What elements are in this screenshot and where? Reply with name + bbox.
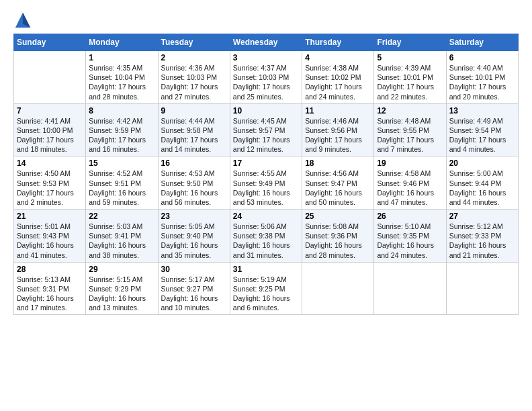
- day-number: 23: [161, 212, 227, 221]
- day-info: Sunrise: 4:44 AMSunset: 9:58 PMDaylight:…: [161, 116, 227, 154]
- day-number: 26: [377, 212, 443, 221]
- calendar-cell: 11Sunrise: 4:46 AMSunset: 9:56 PMDayligh…: [302, 103, 374, 156]
- day-info: Sunrise: 4:38 AMSunset: 10:02 PMDaylight…: [305, 63, 371, 101]
- col-sunday: Sunday: [14, 34, 86, 51]
- day-number: 10: [233, 106, 299, 116]
- logo: [13, 11, 34, 30]
- day-info: Sunrise: 4:52 AMSunset: 9:51 PMDaylight:…: [89, 169, 154, 207]
- calendar-cell: [14, 51, 86, 104]
- day-info: Sunrise: 4:45 AMSunset: 9:57 PMDaylight:…: [233, 116, 299, 154]
- calendar-cell: [446, 262, 518, 315]
- day-number: 15: [89, 158, 154, 168]
- day-info: Sunrise: 5:05 AMSunset: 9:40 PMDaylight:…: [161, 222, 227, 260]
- calendar-cell: 26Sunrise: 5:10 AMSunset: 9:35 PMDayligh…: [374, 210, 446, 263]
- calendar-cell: 10Sunrise: 4:45 AMSunset: 9:57 PMDayligh…: [230, 103, 302, 156]
- day-info: Sunrise: 5:12 AMSunset: 9:33 PMDaylight:…: [449, 222, 515, 260]
- calendar-cell: 4Sunrise: 4:38 AMSunset: 10:02 PMDayligh…: [302, 51, 374, 104]
- day-info: Sunrise: 4:55 AMSunset: 9:49 PMDaylight:…: [233, 169, 299, 207]
- day-number: 25: [305, 212, 371, 221]
- day-info: Sunrise: 5:19 AMSunset: 9:25 PMDaylight:…: [233, 275, 299, 313]
- day-number: 19: [377, 158, 443, 168]
- calendar-header-row: Sunday Monday Tuesday Wednesday Thursday…: [14, 34, 519, 51]
- logo-icon: [13, 11, 32, 30]
- calendar-cell: 12Sunrise: 4:48 AMSunset: 9:55 PMDayligh…: [374, 103, 446, 156]
- calendar-cell: 2Sunrise: 4:36 AMSunset: 10:03 PMDayligh…: [158, 51, 230, 104]
- day-number: 14: [17, 158, 83, 168]
- col-wednesday: Wednesday: [230, 34, 302, 51]
- calendar-week-row: 28Sunrise: 5:13 AMSunset: 9:31 PMDayligh…: [14, 262, 519, 315]
- calendar-week-row: 21Sunrise: 5:01 AMSunset: 9:43 PMDayligh…: [14, 210, 519, 263]
- calendar-cell: 14Sunrise: 4:50 AMSunset: 9:53 PMDayligh…: [14, 156, 86, 210]
- calendar-cell: 15Sunrise: 4:52 AMSunset: 9:51 PMDayligh…: [86, 156, 158, 210]
- calendar-cell: 17Sunrise: 4:55 AMSunset: 9:49 PMDayligh…: [230, 156, 302, 210]
- day-info: Sunrise: 5:08 AMSunset: 9:36 PMDaylight:…: [305, 222, 371, 260]
- calendar-cell: 9Sunrise: 4:44 AMSunset: 9:58 PMDaylight…: [158, 103, 230, 156]
- day-info: Sunrise: 4:39 AMSunset: 10:01 PMDaylight…: [377, 63, 443, 101]
- day-info: Sunrise: 4:40 AMSunset: 10:01 PMDaylight…: [449, 63, 515, 101]
- calendar-cell: 31Sunrise: 5:19 AMSunset: 9:25 PMDayligh…: [230, 262, 302, 315]
- calendar-cell: 5Sunrise: 4:39 AMSunset: 10:01 PMDayligh…: [374, 51, 446, 104]
- calendar-cell: 23Sunrise: 5:05 AMSunset: 9:40 PMDayligh…: [158, 210, 230, 263]
- calendar-cell: 3Sunrise: 4:37 AMSunset: 10:03 PMDayligh…: [230, 51, 302, 104]
- day-number: 12: [377, 106, 443, 116]
- calendar-cell: 13Sunrise: 4:49 AMSunset: 9:54 PMDayligh…: [446, 103, 518, 156]
- calendar-cell: 27Sunrise: 5:12 AMSunset: 9:33 PMDayligh…: [446, 210, 518, 263]
- page: Sunday Monday Tuesday Wednesday Thursday…: [0, 0, 532, 411]
- day-info: Sunrise: 4:53 AMSunset: 9:50 PMDaylight:…: [161, 169, 227, 207]
- calendar-cell: 18Sunrise: 4:56 AMSunset: 9:47 PMDayligh…: [302, 156, 374, 210]
- calendar-week-row: 7Sunrise: 4:41 AMSunset: 10:00 PMDayligh…: [14, 103, 519, 156]
- day-info: Sunrise: 4:42 AMSunset: 9:59 PMDaylight:…: [89, 116, 154, 154]
- calendar-cell: 21Sunrise: 5:01 AMSunset: 9:43 PMDayligh…: [14, 210, 86, 263]
- col-saturday: Saturday: [446, 34, 518, 51]
- calendar-cell: 22Sunrise: 5:03 AMSunset: 9:41 PMDayligh…: [86, 210, 158, 263]
- day-info: Sunrise: 4:58 AMSunset: 9:46 PMDaylight:…: [377, 169, 443, 207]
- col-monday: Monday: [86, 34, 158, 51]
- day-info: Sunrise: 5:01 AMSunset: 9:43 PMDaylight:…: [17, 222, 83, 260]
- day-info: Sunrise: 4:36 AMSunset: 10:03 PMDaylight…: [161, 63, 227, 101]
- day-number: 28: [17, 265, 83, 274]
- calendar-cell: 19Sunrise: 4:58 AMSunset: 9:46 PMDayligh…: [374, 156, 446, 210]
- day-info: Sunrise: 4:48 AMSunset: 9:55 PMDaylight:…: [377, 116, 443, 154]
- calendar-cell: 16Sunrise: 4:53 AMSunset: 9:50 PMDayligh…: [158, 156, 230, 210]
- calendar-cell: 24Sunrise: 5:06 AMSunset: 9:38 PMDayligh…: [230, 210, 302, 263]
- calendar-week-row: 14Sunrise: 4:50 AMSunset: 9:53 PMDayligh…: [14, 156, 519, 210]
- day-number: 16: [161, 158, 227, 168]
- calendar-cell: [302, 262, 374, 315]
- calendar-table: Sunday Monday Tuesday Wednesday Thursday…: [13, 34, 519, 315]
- day-number: 3: [233, 53, 299, 62]
- col-thursday: Thursday: [302, 34, 374, 51]
- day-info: Sunrise: 5:00 AMSunset: 9:44 PMDaylight:…: [449, 169, 515, 207]
- calendar-cell: 7Sunrise: 4:41 AMSunset: 10:00 PMDayligh…: [14, 103, 86, 156]
- day-info: Sunrise: 4:37 AMSunset: 10:03 PMDaylight…: [233, 63, 299, 101]
- day-number: 24: [233, 212, 299, 221]
- calendar-week-row: 1Sunrise: 4:35 AMSunset: 10:04 PMDayligh…: [14, 51, 519, 104]
- day-info: Sunrise: 4:56 AMSunset: 9:47 PMDaylight:…: [305, 169, 371, 207]
- day-number: 7: [17, 106, 83, 116]
- day-number: 29: [89, 265, 154, 274]
- day-number: 1: [89, 53, 154, 62]
- col-tuesday: Tuesday: [158, 34, 230, 51]
- calendar-cell: [374, 262, 446, 315]
- day-number: 9: [161, 106, 227, 116]
- day-number: 20: [449, 158, 515, 168]
- day-info: Sunrise: 5:03 AMSunset: 9:41 PMDaylight:…: [89, 222, 154, 260]
- day-number: 30: [161, 265, 227, 274]
- day-number: 21: [17, 212, 83, 221]
- day-number: 8: [89, 106, 154, 116]
- calendar-cell: 8Sunrise: 4:42 AMSunset: 9:59 PMDaylight…: [86, 103, 158, 156]
- day-number: 27: [449, 212, 515, 221]
- day-info: Sunrise: 4:50 AMSunset: 9:53 PMDaylight:…: [17, 169, 83, 207]
- day-number: 22: [89, 212, 154, 221]
- day-info: Sunrise: 5:13 AMSunset: 9:31 PMDaylight:…: [17, 275, 83, 313]
- calendar-cell: 20Sunrise: 5:00 AMSunset: 9:44 PMDayligh…: [446, 156, 518, 210]
- day-number: 17: [233, 158, 299, 168]
- header: [13, 11, 519, 30]
- calendar-cell: 30Sunrise: 5:17 AMSunset: 9:27 PMDayligh…: [158, 262, 230, 315]
- day-info: Sunrise: 5:10 AMSunset: 9:35 PMDaylight:…: [377, 222, 443, 260]
- day-number: 13: [449, 106, 515, 116]
- day-number: 2: [161, 53, 227, 62]
- day-number: 31: [233, 265, 299, 274]
- calendar-cell: 25Sunrise: 5:08 AMSunset: 9:36 PMDayligh…: [302, 210, 374, 263]
- day-info: Sunrise: 5:17 AMSunset: 9:27 PMDaylight:…: [161, 275, 227, 313]
- day-info: Sunrise: 4:35 AMSunset: 10:04 PMDaylight…: [89, 63, 154, 101]
